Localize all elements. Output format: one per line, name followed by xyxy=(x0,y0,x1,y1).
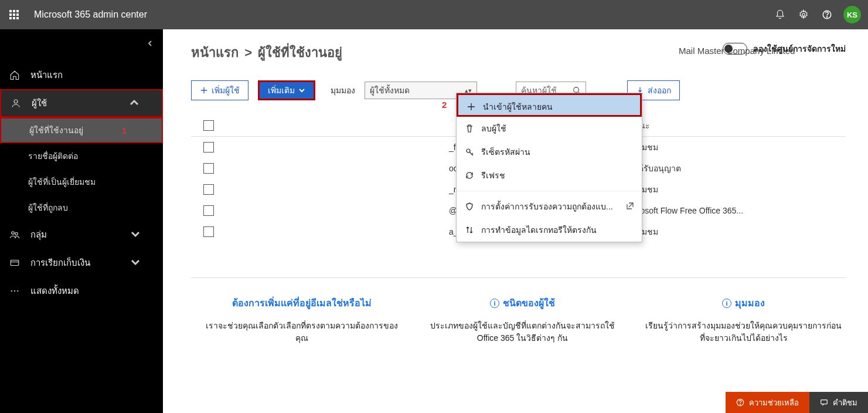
external-link-icon xyxy=(625,201,635,212)
sidebar-sub-active-label: ผู้ใช้ที่ใช้งานอยู่ xyxy=(29,124,83,137)
card-title[interactable]: iมุมมอง xyxy=(722,296,765,310)
toggle-switch[interactable] xyxy=(723,43,747,55)
menu-import-multiple[interactable]: นำเข้าผู้ใช้หลายคน xyxy=(457,93,642,117)
svg-point-17 xyxy=(14,290,15,292)
row-checkbox[interactable] xyxy=(203,163,214,174)
card-desc: เราจะช่วยคุณเลือกตัวเลือกที่ตรงตามความต้… xyxy=(203,320,400,344)
sidebar-sub-guests-label: ผู้ใช้ที่เป็นผู้เยี่ยมชม xyxy=(28,175,96,188)
sidebar-sub-guests[interactable]: ผู้ใช้ที่เป็นผู้เยี่ยมชม xyxy=(0,169,163,195)
card-title[interactable]: iชนิดของผู้ใช้ xyxy=(490,296,555,310)
menu-refresh-label: รีเฟรช xyxy=(481,169,505,182)
export-label: ส่งออก xyxy=(648,84,671,97)
row-status: ไม่ได้รับอนุญาต xyxy=(625,162,846,175)
row-status: ผู้เยี่ยมชม xyxy=(625,183,846,196)
feedback-button[interactable]: คำติชม xyxy=(809,392,868,413)
avatar[interactable]: KS xyxy=(843,6,861,23)
sidebar-item-home[interactable]: หน้าแรก xyxy=(0,61,163,89)
chevron-down-icon xyxy=(130,229,151,241)
add-user-button[interactable]: เพิ่มผู้ใช้ xyxy=(191,80,249,100)
select-all-checkbox[interactable] xyxy=(203,120,214,131)
app-launcher-icon[interactable] xyxy=(5,5,23,24)
menu-import-label: นำเข้าผู้ใช้หลายคน xyxy=(483,100,553,113)
sidebar-sub-deleted[interactable]: ผู้ใช้ที่ถูกลบ xyxy=(0,195,163,221)
more-button[interactable]: เพิ่มเติม xyxy=(258,80,315,100)
menu-dirsync-label: การทำข้อมูลไดเรกทอรีให้ตรงกัน xyxy=(481,224,597,236)
new-admin-toggle[interactable]: ลองใช้ศูนย์การจัดการใหม่ xyxy=(723,42,846,55)
svg-rect-2 xyxy=(16,10,19,12)
sidebar-item-show-all[interactable]: แสดงทั้งหมด xyxy=(0,277,163,305)
svg-point-19 xyxy=(574,87,579,93)
toggle-label: ลองใช้ศูนย์การจัดการใหม่ xyxy=(753,42,846,55)
breadcrumb-home[interactable]: หน้าแรก xyxy=(191,45,239,60)
sidebar-sub-contacts[interactable]: รายชื่อผู้ติดต่อ xyxy=(0,143,163,169)
svg-rect-7 xyxy=(13,17,15,19)
card-add-email: ต้องการเพิ่มแค่ที่อยู่อีเมลใช่หรือไม่ เร… xyxy=(203,296,400,344)
menu-reset-label: รีเซ็ตรหัสผ่าน xyxy=(481,145,530,158)
menu-dirsync[interactable]: การทำข้อมูลไดเรกทอรีให้ตรงกัน xyxy=(457,218,642,242)
row-checkbox[interactable] xyxy=(203,142,214,153)
card-user-types: iชนิดของผู้ใช้ ประเภทของผู้ใช้และบัญชีที… xyxy=(424,296,621,344)
svg-point-9 xyxy=(802,13,805,16)
info-icon: i xyxy=(490,299,499,308)
svg-point-12 xyxy=(14,100,18,103)
sidebar-users-label: ผู้ใช้ xyxy=(32,96,47,110)
svg-point-13 xyxy=(12,232,15,235)
menu-delete-user[interactable]: ลบผู้ใช้ xyxy=(457,117,642,140)
menu-mfa[interactable]: การตั้งค่าการรับรองความถูกต้องแบ... xyxy=(457,195,642,218)
help-button[interactable]: ความช่วยเหลือ xyxy=(726,392,809,413)
collapse-sidebar-icon[interactable] xyxy=(147,39,154,49)
menu-mfa-label: การตั้งค่าการรับรองความถูกต้องแบ... xyxy=(481,200,613,213)
view-label: มุมมอง xyxy=(331,84,355,97)
more-dropdown: นำเข้าผู้ใช้หลายคน ลบผู้ใช้ รีเซ็ตรหัสผ่… xyxy=(456,93,642,242)
sidebar-sub-contacts-label: รายชื่อผู้ติดต่อ xyxy=(28,150,78,163)
footer: ความช่วยเหลือ คำติชม xyxy=(726,392,868,413)
card-title-text: ชนิดของผู้ใช้ xyxy=(503,296,555,310)
settings-icon[interactable] xyxy=(792,3,815,26)
card-title[interactable]: ต้องการเพิ่มแค่ที่อยู่อีเมลใช่หรือไม่ xyxy=(232,296,372,310)
svg-rect-15 xyxy=(11,260,19,266)
card-title-text: มุมมอง xyxy=(735,296,765,310)
svg-rect-8 xyxy=(16,17,19,19)
sidebar-billing-label: การเรียกเก็บเงิน xyxy=(30,256,90,270)
sidebar-sub-active-users[interactable]: ผู้ใช้ที่ใช้งานอยู่ 1 xyxy=(0,117,163,143)
chevron-down-icon xyxy=(130,257,151,269)
sidebar-item-billing[interactable]: การเรียกเก็บเงิน xyxy=(0,249,163,277)
sidebar-groups-label: กลุ่ม xyxy=(30,228,47,242)
svg-point-11 xyxy=(826,16,827,17)
svg-rect-3 xyxy=(9,13,12,16)
breadcrumb-current: ผู้ใช้ที่ใช้งานอยู่ xyxy=(258,45,342,60)
sidebar-home-label: หน้าแรก xyxy=(30,68,63,82)
help-icon[interactable] xyxy=(815,3,839,26)
svg-rect-4 xyxy=(13,13,15,16)
svg-point-18 xyxy=(17,290,18,292)
row-checkbox[interactable] xyxy=(203,226,214,237)
more-label: เพิ่มเติม xyxy=(268,84,295,97)
row-checkbox[interactable] xyxy=(203,184,214,195)
card-desc: ประเภทของผู้ใช้และบัญชีที่แตกต่างกันจะสา… xyxy=(424,320,621,344)
svg-rect-1 xyxy=(13,10,15,12)
main: หน้าแรก > ผู้ใช้ที่ใช้งานอยู่ Mail Maste… xyxy=(163,29,868,413)
annotation-1: 1 xyxy=(122,126,127,136)
notifications-icon[interactable] xyxy=(768,3,792,26)
svg-rect-23 xyxy=(821,400,828,404)
row-checkbox[interactable] xyxy=(203,205,214,216)
help-cards: ต้องการเพิ่มแค่ที่อยู่อีเมลใช่หรือไม่ เร… xyxy=(191,296,846,344)
menu-refresh[interactable]: รีเฟรช xyxy=(457,164,642,187)
svg-rect-5 xyxy=(16,13,19,16)
card-desc: เรียนรู้ว่าการสร้างมุมมองช่วยให้คุณควบคุ… xyxy=(645,320,842,344)
sidebar-sub-deleted-label: ผู้ใช้ที่ถูกลบ xyxy=(28,201,68,214)
topbar: Microsoft 365 admin center KS xyxy=(0,0,868,29)
sidebar: หน้าแรก ผู้ใช้ ผู้ใช้ที่ใช้งานอยู่ 1 ราย… xyxy=(0,29,163,413)
svg-rect-0 xyxy=(9,10,12,12)
svg-point-22 xyxy=(740,404,740,405)
info-icon: i xyxy=(722,299,731,308)
annotation-2: 2 xyxy=(442,100,447,110)
menu-reset-password[interactable]: รีเซ็ตรหัสผ่าน xyxy=(457,140,642,164)
add-user-label: เพิ่มผู้ใช้ xyxy=(212,84,240,97)
svg-rect-6 xyxy=(9,17,12,19)
col-status-header[interactable]: สถานะ xyxy=(625,119,846,132)
sidebar-showall-label: แสดงทั้งหมด xyxy=(30,284,79,298)
row-status: ผู้เยี่ยมชม xyxy=(625,225,846,238)
sidebar-item-groups[interactable]: กลุ่ม xyxy=(0,221,163,249)
sidebar-item-users[interactable]: ผู้ใช้ xyxy=(0,89,163,117)
